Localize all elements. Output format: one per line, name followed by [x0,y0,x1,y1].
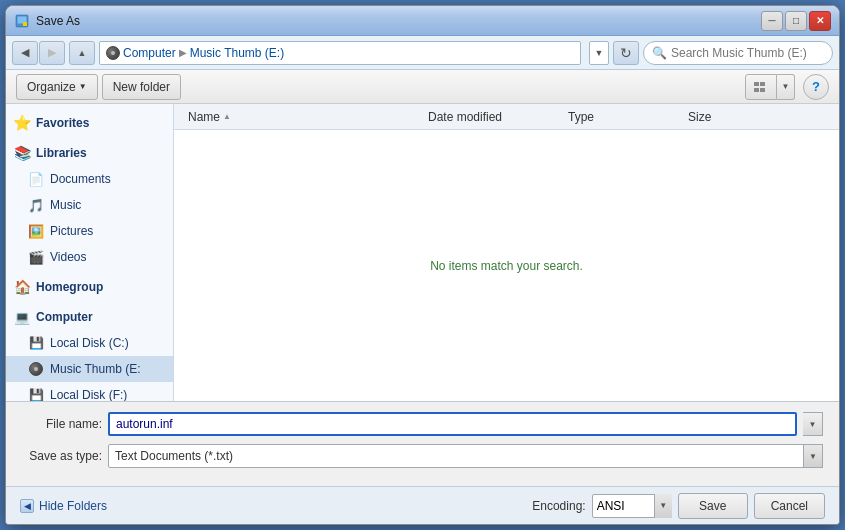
hide-folders-button[interactable]: ◀ Hide Folders [20,499,107,513]
svg-rect-4 [760,82,765,86]
local-disk-f-icon: 💾 [28,387,44,401]
sidebar-item-libraries[interactable]: 📚 Libraries [6,140,173,166]
col-header-date[interactable]: Date modified [422,104,562,129]
sidebar-item-computer[interactable]: 💻 Computer [6,304,173,330]
search-icon: 🔍 [652,46,667,60]
file-list: Name ▲ Date modified Type Size No items … [174,104,839,401]
filename-label: File name: [22,417,102,431]
address-bar: ◀ ▶ ▲ Computer ▶ Music Thumb (E:) ▼ ↻ 🔍 [6,36,839,70]
back-button[interactable]: ◀ [12,41,38,65]
organize-arrow: ▼ [79,82,87,91]
svg-rect-5 [754,88,759,92]
sidebar-item-local-c[interactable]: 💾 Local Disk (C:) [6,330,173,356]
col-name-label: Name [188,110,220,124]
minimize-button[interactable]: ─ [761,11,783,31]
view-dropdown[interactable]: ▼ [777,74,795,100]
computer-section: 💻 Computer 💾 Local Disk (C:) Music Thumb… [6,304,173,401]
computer-label: Computer [36,310,93,324]
music-icon: 🎵 [28,197,44,213]
organize-label: Organize [27,80,76,94]
footer: ◀ Hide Folders Encoding: ANSIUTF-8Unicod… [6,486,839,524]
savetype-row: Save as type: Text Documents (*.txt)All … [22,444,823,468]
music-thumb-label: Music Thumb (E: [50,362,140,376]
nav-buttons: ◀ ▶ [12,41,65,65]
breadcrumb-part2: Music Thumb (E:) [190,46,284,60]
maximize-button[interactable]: □ [785,11,807,31]
sidebar-item-local-f[interactable]: 💾 Local Disk (F:) [6,382,173,401]
dialog-title: Save As [36,14,761,28]
pictures-label: Pictures [50,224,93,238]
sidebar-item-favorites[interactable]: ⭐ Favorites [6,110,173,136]
save-as-dialog: Save As ─ □ ✕ ◀ ▶ ▲ Computer ▶ Music Thu… [5,5,840,525]
homegroup-section: 🏠 Homegroup [6,274,173,300]
local-disk-c-icon: 💾 [28,335,44,351]
sidebar-item-music-thumb[interactable]: Music Thumb (E: [6,356,173,382]
sort-arrow: ▲ [223,112,231,121]
svg-rect-2 [23,22,27,26]
hide-folders-arrow-icon: ◀ [20,499,34,513]
encoding-row: Encoding: ANSIUTF-8Unicode ▼ Save Cancel [532,493,825,519]
music-label: Music [50,198,81,212]
local-disk-f-label: Local Disk (F:) [50,388,127,401]
dialog-icon [14,13,30,29]
favorites-section: ⭐ Favorites [6,110,173,136]
col-size-label: Size [688,110,711,124]
favorites-label: Favorites [36,116,89,130]
search-bar[interactable]: 🔍 [643,41,833,65]
title-bar: Save As ─ □ ✕ [6,6,839,36]
music-thumb-icon [28,361,44,377]
sidebar-item-documents[interactable]: 📄 Documents [6,166,173,192]
help-button[interactable]: ? [803,74,829,100]
save-button[interactable]: Save [678,493,748,519]
svg-rect-6 [760,88,765,92]
encoding-select[interactable]: ANSIUTF-8Unicode [592,494,672,518]
up-button[interactable]: ▲ [69,41,95,65]
videos-label: Videos [50,250,86,264]
new-folder-label: New folder [113,80,170,94]
action-buttons: Save Cancel [678,493,825,519]
sidebar-item-videos[interactable]: 🎬 Videos [6,244,173,270]
view-controls: ▼ [745,74,795,100]
toolbar: Organize ▼ New folder ▼ ? [6,70,839,104]
col-header-type[interactable]: Type [562,104,682,129]
search-input[interactable] [671,46,824,60]
sidebar-item-music[interactable]: 🎵 Music [6,192,173,218]
main-content: ⭐ Favorites 📚 Libraries 📄 Docum [6,104,839,401]
sidebar: ⭐ Favorites 📚 Libraries 📄 Docum [6,104,174,401]
filename-input[interactable] [108,412,797,436]
col-header-size[interactable]: Size [682,104,762,129]
refresh-button[interactable]: ↻ [613,41,639,65]
encoding-select-wrapper: ANSIUTF-8Unicode ▼ [592,494,672,518]
col-header-name[interactable]: Name ▲ [182,104,422,129]
close-button[interactable]: ✕ [809,11,831,31]
libraries-label: Libraries [36,146,87,160]
documents-label: Documents [50,172,111,186]
savetype-select[interactable]: Text Documents (*.txt)All Files (*.*)XML… [108,444,823,468]
filename-row: File name: ▼ [22,412,823,436]
svg-rect-3 [754,82,759,86]
filename-dropdown[interactable]: ▼ [803,412,823,436]
cancel-button[interactable]: Cancel [754,493,825,519]
no-items-message: No items match your search. [430,259,583,273]
videos-icon: 🎬 [28,249,44,265]
view-button[interactable] [745,74,777,100]
sidebar-item-pictures[interactable]: 🖼️ Pictures [6,218,173,244]
forward-button[interactable]: ▶ [39,41,65,65]
breadcrumb-dropdown[interactable]: ▼ [589,41,609,65]
file-list-header: Name ▲ Date modified Type Size [174,104,839,130]
encoding-label: Encoding: [532,499,585,513]
breadcrumb-part1: Computer [123,46,176,60]
drive-icon [106,46,120,60]
local-disk-c-label: Local Disk (C:) [50,336,129,350]
organize-button[interactable]: Organize ▼ [16,74,98,100]
breadcrumb[interactable]: Computer ▶ Music Thumb (E:) [99,41,581,65]
new-folder-button[interactable]: New folder [102,74,181,100]
sidebar-item-homegroup[interactable]: 🏠 Homegroup [6,274,173,300]
breadcrumb-separator: ▶ [179,47,187,58]
file-list-body: No items match your search. [174,130,839,401]
homegroup-icon: 🏠 [14,279,30,295]
libraries-icon: 📚 [14,145,30,161]
col-type-label: Type [568,110,594,124]
col-date-label: Date modified [428,110,502,124]
bottom-form: File name: ▼ Save as type: Text Document… [6,401,839,486]
